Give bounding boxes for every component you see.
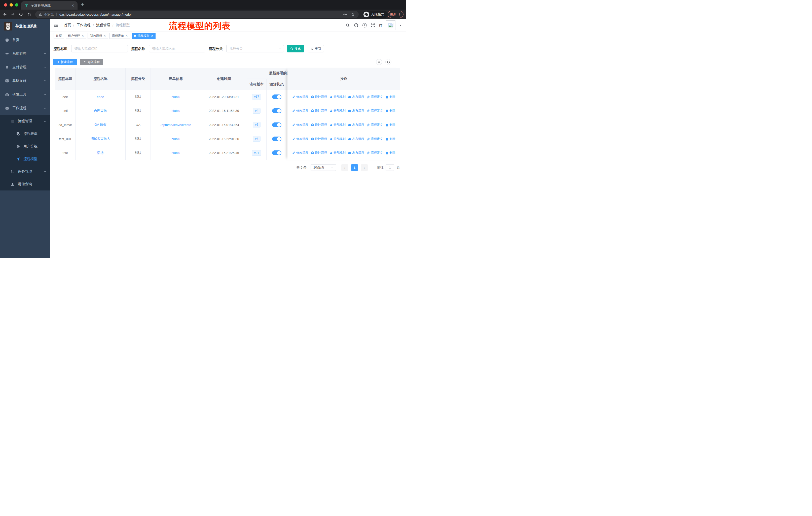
back-icon[interactable] xyxy=(3,12,7,17)
search-icon[interactable] xyxy=(345,23,350,28)
sidebar-item-user-group[interactable]: 用户分组 xyxy=(0,140,50,153)
view-tag[interactable]: 流程表单✕ xyxy=(110,33,130,39)
view-tag[interactable]: 我的流程✕ xyxy=(88,33,108,39)
sidebar-item-payment[interactable]: 支付管理 xyxy=(0,60,50,74)
security-label[interactable]: 不安全 xyxy=(44,12,54,17)
action-delete-link[interactable]: 删除 xyxy=(385,137,396,141)
action-edit-link[interactable]: 修改流程 xyxy=(292,151,308,155)
toggle-search-button[interactable] xyxy=(376,59,382,65)
process-name-link[interactable]: 滔博 xyxy=(97,151,104,155)
view-tag[interactable]: 流程模型✕ xyxy=(132,33,155,39)
action-delete-link[interactable]: 删除 xyxy=(385,95,396,99)
browser-tab[interactable]: 芋道管理系统 ✕ xyxy=(21,1,78,9)
process-name-link[interactable]: OA 请假 xyxy=(94,123,107,127)
form-info-link[interactable]: biubiu xyxy=(171,95,180,99)
form-info-link[interactable]: biubiu xyxy=(171,151,180,155)
action-definition-link[interactable]: 流程定义 xyxy=(367,109,383,113)
caret-down-icon[interactable] xyxy=(399,24,402,27)
address-bar[interactable]: 不安全 dashboard.yudao.iocoder.cn/bpm/manag… xyxy=(35,11,359,18)
browser-update-button[interactable]: 更新 ⋮ xyxy=(388,11,404,18)
action-edit-link[interactable]: 修改流程 xyxy=(292,123,308,127)
action-edit-link[interactable]: 修改流程 xyxy=(292,137,308,141)
filter-name-input[interactable] xyxy=(149,45,205,52)
action-publish-link[interactable]: 发布流程 xyxy=(348,151,364,155)
action-definition-link[interactable]: 流程定义 xyxy=(367,151,383,155)
action-user-link[interactable]: 分配规则 xyxy=(329,123,346,127)
goto-page-input[interactable] xyxy=(386,164,394,171)
create-process-button[interactable]: + 新建流程 xyxy=(53,59,77,65)
process-name-link[interactable]: 测试多审批人 xyxy=(91,137,110,141)
sidebar-item-process-form[interactable]: 流程表单 xyxy=(0,128,50,140)
view-tag[interactable]: 首页 xyxy=(54,33,64,39)
forward-icon[interactable] xyxy=(10,12,15,17)
action-gear-link[interactable]: 设计流程 xyxy=(311,137,327,141)
bookmark-star-icon[interactable] xyxy=(351,12,355,17)
close-window-button[interactable] xyxy=(4,3,7,6)
maximize-window-button[interactable] xyxy=(15,3,18,6)
import-process-button[interactable]: 导入流程 xyxy=(80,59,103,65)
home-icon[interactable] xyxy=(27,12,31,17)
tag-close-icon[interactable]: ✕ xyxy=(82,34,84,37)
action-delete-link[interactable]: 删除 xyxy=(385,109,396,113)
action-definition-link[interactable]: 流程定义 xyxy=(367,95,383,99)
action-publish-link[interactable]: 发布流程 xyxy=(348,123,364,127)
action-definition-link[interactable]: 流程定义 xyxy=(367,123,383,127)
collapse-sidebar-icon[interactable] xyxy=(54,23,58,28)
action-delete-link[interactable]: 删除 xyxy=(385,151,396,155)
current-page-button[interactable]: 1 xyxy=(351,164,358,171)
breadcrumb-item[interactable]: 流程管理 xyxy=(96,23,110,27)
action-gear-link[interactable]: 设计流程 xyxy=(311,123,327,127)
app-logo[interactable]: 芋道管理系统 xyxy=(0,19,50,33)
action-gear-link[interactable]: 设计流程 xyxy=(311,151,327,155)
tag-close-icon[interactable]: ✕ xyxy=(125,34,127,37)
action-edit-link[interactable]: 修改流程 xyxy=(292,109,308,113)
sidebar-item-process-management[interactable]: 流程管理 xyxy=(0,115,50,128)
sidebar-item-workflow[interactable]: 工作流程 xyxy=(0,101,50,115)
sidebar-item-system[interactable]: 系统管理 xyxy=(0,47,50,60)
minimize-window-button[interactable] xyxy=(9,3,13,6)
action-definition-link[interactable]: 流程定义 xyxy=(367,137,383,141)
tag-close-icon[interactable]: ✕ xyxy=(151,34,153,37)
action-user-link[interactable]: 分配规则 xyxy=(329,137,346,141)
active-state-toggle[interactable] xyxy=(272,123,282,127)
action-gear-link[interactable]: 设计流程 xyxy=(311,95,327,99)
process-name-link[interactable]: eeee xyxy=(97,95,104,99)
form-info-link[interactable]: biubiu xyxy=(171,137,180,141)
action-gear-link[interactable]: 设计流程 xyxy=(311,109,327,113)
filter-key-input[interactable] xyxy=(71,45,128,52)
breadcrumb-item[interactable]: 工作流程 xyxy=(77,23,91,27)
action-publish-link[interactable]: 发布流程 xyxy=(348,109,364,113)
breadcrumb-item[interactable]: 首页 xyxy=(64,23,71,27)
new-tab-button[interactable]: + xyxy=(81,2,84,7)
search-button[interactable]: 搜索 xyxy=(287,45,304,52)
active-state-toggle[interactable] xyxy=(272,137,282,141)
action-publish-link[interactable]: 发布流程 xyxy=(348,95,364,99)
sidebar-item-infrastructure[interactable]: 基础设施 xyxy=(0,74,50,88)
reload-icon[interactable] xyxy=(19,12,23,17)
form-info-link[interactable]: /bpm/oa/leave/create xyxy=(161,123,191,127)
filter-category-select[interactable]: 流程分类 xyxy=(226,45,284,52)
view-tag[interactable]: 租户管理✕ xyxy=(66,33,86,39)
page-size-select[interactable]: 10条/页 xyxy=(311,164,336,171)
action-user-link[interactable]: 分配规则 xyxy=(329,95,346,99)
action-user-link[interactable]: 分配规则 xyxy=(329,109,346,113)
github-icon[interactable] xyxy=(354,23,359,28)
help-icon[interactable]: ? xyxy=(362,23,367,27)
browser-menu-icon[interactable]: ⋮ xyxy=(398,12,401,17)
user-avatar[interactable] xyxy=(386,20,396,30)
sidebar-item-dev-tools[interactable]: 研发工具 xyxy=(0,88,50,101)
active-state-toggle[interactable] xyxy=(272,151,282,155)
sidebar-item-process-model[interactable]: 流程模型 xyxy=(0,153,50,165)
active-state-toggle[interactable] xyxy=(272,94,282,99)
tab-close-icon[interactable]: ✕ xyxy=(70,3,75,7)
sidebar-item-task-management[interactable]: 任务管理 xyxy=(0,165,50,178)
next-page-button[interactable]: › xyxy=(361,164,368,171)
action-edit-link[interactable]: 修改流程 xyxy=(292,95,308,99)
process-name-link[interactable]: 自己审批 xyxy=(94,109,107,113)
not-secure-warning-icon[interactable] xyxy=(38,12,42,17)
sidebar-item-home[interactable]: 首页 xyxy=(0,33,50,47)
sidebar-item-leave-query[interactable]: 请假查询 xyxy=(0,178,50,190)
active-state-toggle[interactable] xyxy=(272,108,282,113)
reset-button[interactable]: 重置 xyxy=(308,45,324,52)
font-size-icon[interactable]: tT xyxy=(379,23,382,27)
